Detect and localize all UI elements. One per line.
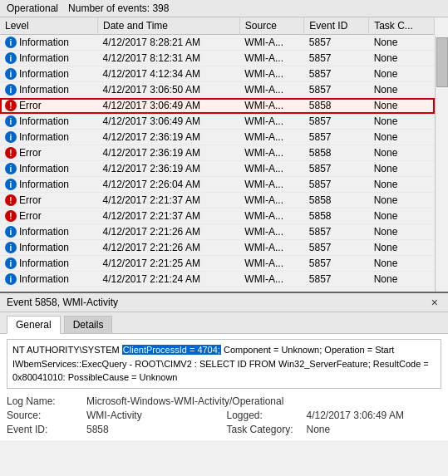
error-icon: ! <box>5 210 17 222</box>
table-row[interactable]: ! Error 4/12/2017 2:21:37 AM WMI-A... 58… <box>0 209 435 224</box>
table-row[interactable]: ! Error 4/12/2017 3:06:49 AM WMI-A... 58… <box>0 98 435 114</box>
table-row[interactable]: i Information 4/12/2017 8:12:31 AM WMI-A… <box>0 51 435 66</box>
level-text: Error <box>19 194 42 206</box>
description-highlight: ClientProcessId = 4704; <box>122 345 221 355</box>
cell-task: None <box>369 66 435 82</box>
cell-datetime: 4/12/2017 2:36:19 AM <box>98 145 240 161</box>
cell-level: i Information <box>0 161 98 177</box>
detail-tabs: General Details <box>0 312 448 334</box>
cell-level: ! Error <box>0 193 98 209</box>
info-icon: i <box>5 115 17 127</box>
level-text: Information <box>19 226 69 238</box>
cell-task: None <box>369 240 435 256</box>
scrollbar-thumb[interactable] <box>436 37 448 87</box>
cell-level: ! Error <box>0 209 98 224</box>
cell-datetime: 4/12/2017 2:21:26 AM <box>98 224 240 240</box>
cell-datetime: 4/12/2017 2:21:37 AM <box>98 209 240 224</box>
cell-task: None <box>369 98 435 114</box>
cell-source: WMI-A... <box>239 98 303 114</box>
cell-eventid: 5857 <box>304 272 369 287</box>
cell-level: i Information <box>0 66 98 82</box>
close-button[interactable]: × <box>428 296 441 309</box>
cell-datetime: 4/12/2017 3:06:50 AM <box>98 82 240 98</box>
table-row[interactable]: i Information 4/12/2017 8:28:21 AM WMI-A… <box>0 35 435 51</box>
cell-source: WMI-A... <box>239 161 303 177</box>
events-table: Level Date and Time Source Event ID Task… <box>0 17 435 287</box>
scrollbar-track[interactable] <box>435 36 448 292</box>
operational-label: Operational <box>7 2 58 14</box>
cell-task: None <box>369 256 435 272</box>
cell-source: WMI-A... <box>239 224 303 240</box>
log-name-value: Microsoft-Windows-WMI-Activity/Operation… <box>86 395 441 407</box>
cell-eventid: 5858 <box>304 193 369 209</box>
col-level: Level <box>0 17 98 35</box>
table-row[interactable]: i Information 4/12/2017 2:21:24 AM WMI-A… <box>0 272 435 287</box>
cell-eventid: 5857 <box>304 114 369 130</box>
table-row[interactable]: ! Error 4/12/2017 2:21:37 AM WMI-A... 58… <box>0 193 435 209</box>
top-bar: Operational Number of events: 398 <box>0 0 448 17</box>
event-id-value: 5858 <box>86 424 222 435</box>
cell-eventid: 5858 <box>304 209 369 224</box>
cell-task: None <box>369 272 435 287</box>
table-row[interactable]: i Information 4/12/2017 2:21:26 AM WMI-A… <box>0 240 435 256</box>
info-icon: i <box>5 242 17 253</box>
level-text: Information <box>19 179 69 190</box>
cell-source: WMI-A... <box>239 51 303 66</box>
cell-source: WMI-A... <box>239 177 303 193</box>
table-row[interactable]: i Information 4/12/2017 3:06:49 AM WMI-A… <box>0 114 435 130</box>
cell-eventid: 5857 <box>304 82 369 98</box>
tab-general[interactable]: General <box>7 316 61 334</box>
cell-level: i Information <box>0 240 98 256</box>
cell-task: None <box>369 114 435 130</box>
level-text: Information <box>19 163 69 174</box>
task-category-label: Task Category: <box>227 424 302 435</box>
info-icon: i <box>5 131 17 143</box>
cell-level: i Information <box>0 272 98 287</box>
level-text: Information <box>19 242 69 253</box>
cell-source: WMI-A... <box>239 82 303 98</box>
log-name-label: Log Name: <box>7 395 81 407</box>
table-row[interactable]: i Information 4/12/2017 4:12:34 AM WMI-A… <box>0 66 435 82</box>
cell-task: None <box>369 161 435 177</box>
cell-source: WMI-A... <box>239 130 303 145</box>
info-icon: i <box>5 163 17 174</box>
table-row[interactable]: i Information 4/12/2017 2:36:19 AM WMI-A… <box>0 130 435 145</box>
level-text: Information <box>19 273 69 285</box>
cell-datetime: 4/12/2017 3:06:49 AM <box>98 114 240 130</box>
level-text: Information <box>19 37 69 48</box>
cell-source: WMI-A... <box>239 145 303 161</box>
table-row[interactable]: i Information 4/12/2017 2:21:26 AM WMI-A… <box>0 224 435 240</box>
cell-level: ! Error <box>0 98 98 114</box>
cell-level: i Information <box>0 256 98 272</box>
table-row[interactable]: i Information 4/12/2017 3:06:50 AM WMI-A… <box>0 82 435 98</box>
table-row[interactable]: i Information 4/12/2017 2:26:04 AM WMI-A… <box>0 177 435 193</box>
table-header-row: Level Date and Time Source Event ID Task… <box>0 17 435 35</box>
table-row[interactable]: i Information 4/12/2017 2:21:25 AM WMI-A… <box>0 256 435 272</box>
detail-fields: Log Name: Microsoft-Windows-WMI-Activity… <box>7 395 441 435</box>
cell-datetime: 4/12/2017 3:06:49 AM <box>98 98 240 114</box>
cell-datetime: 4/12/2017 2:21:37 AM <box>98 193 240 209</box>
col-datetime: Date and Time <box>98 17 240 35</box>
logged-value: 4/12/2017 3:06:49 AM <box>307 410 442 421</box>
cell-datetime: 4/12/2017 8:28:21 AM <box>98 35 240 51</box>
error-icon: ! <box>5 147 17 159</box>
cell-datetime: 4/12/2017 2:36:19 AM <box>98 130 240 145</box>
info-icon: i <box>5 226 17 238</box>
event-id-label: Event ID: <box>7 424 81 435</box>
table-row[interactable]: i Information 4/12/2017 2:36:19 AM WMI-A… <box>0 161 435 177</box>
detail-title: Event 5858, WMI-Activity <box>7 297 118 308</box>
table-row[interactable]: ! Error 4/12/2017 2:36:19 AM WMI-A... 58… <box>0 145 435 161</box>
cell-eventid: 5857 <box>304 35 369 51</box>
detail-panel: Event 5858, WMI-Activity × General Detai… <box>0 292 448 440</box>
cell-eventid: 5858 <box>304 98 369 114</box>
cell-source: WMI-A... <box>239 114 303 130</box>
tab-details[interactable]: Details <box>64 316 113 333</box>
cell-eventid: 5857 <box>304 51 369 66</box>
cell-task: None <box>369 224 435 240</box>
cell-source: WMI-A... <box>239 35 303 51</box>
level-text: Error <box>19 100 42 111</box>
cell-task: None <box>369 177 435 193</box>
cell-task: None <box>369 209 435 224</box>
cell-level: i Information <box>0 51 98 66</box>
level-text: Information <box>19 131 69 143</box>
